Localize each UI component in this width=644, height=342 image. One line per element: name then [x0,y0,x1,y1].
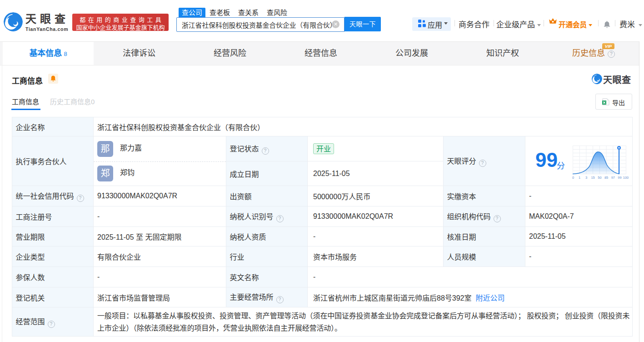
svg-text:97: 97 [611,176,615,180]
svg-text:1: 1 [579,176,580,180]
svg-text:15: 15 [591,176,594,180]
svg-text:99: 99 [618,176,621,180]
svg-text:3: 3 [585,176,587,180]
svg-text:0: 0 [572,176,574,180]
svg-text:100: 100 [623,176,629,180]
svg-text:50: 50 [598,176,601,180]
svg-text:85: 85 [604,176,608,180]
